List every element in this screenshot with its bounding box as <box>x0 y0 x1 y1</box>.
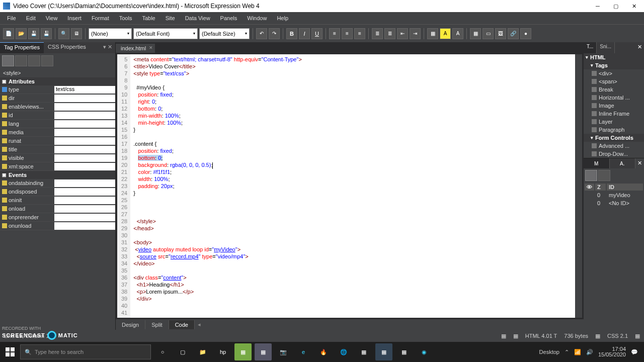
attr-row-dir[interactable]: dir <box>0 94 115 103</box>
attr-row-enableviews...[interactable]: enableviews... <box>0 103 115 111</box>
undo-button[interactable]: ↶ <box>256 28 267 39</box>
tables-button[interactable]: ▦ <box>470 28 481 39</box>
show-inline-button[interactable] <box>41 55 53 66</box>
menu-file[interactable]: File <box>2 14 21 23</box>
panel-close-button[interactable]: ✕ <box>635 42 644 53</box>
status-visual-aids-icon[interactable]: ▦ <box>501 333 506 339</box>
toolbox-form-header[interactable]: ▾Form Controls <box>584 134 644 142</box>
save-all-button[interactable]: 💾 <box>41 28 52 39</box>
layer-row[interactable]: 0<No ID> <box>585 200 643 207</box>
view-scroll-left[interactable]: ◂ <box>195 321 204 328</box>
menu-format[interactable]: Format <box>87 14 114 23</box>
indent-button[interactable]: ⇥ <box>410 28 421 39</box>
event-row-onunload[interactable]: onunload <box>0 222 115 230</box>
event-row-onload[interactable]: onload <box>0 205 115 213</box>
menu-edit[interactable]: Edit <box>21 14 41 23</box>
start-button[interactable] <box>3 345 17 359</box>
more-button[interactable]: ● <box>520 28 531 39</box>
menu-site[interactable]: Site <box>160 14 180 23</box>
chrome-icon[interactable]: 🌐 <box>335 343 352 360</box>
align-center-button[interactable]: ≡ <box>342 28 353 39</box>
status-schema-icon[interactable]: ▦ <box>595 333 600 339</box>
close-button[interactable]: ✕ <box>627 2 641 11</box>
toolbox-item[interactable]: Advanced ... <box>584 142 644 150</box>
italic-button[interactable]: I <box>299 28 310 39</box>
highlight-button[interactable]: A <box>440 28 451 39</box>
bold-button[interactable]: B <box>286 28 297 39</box>
layers-options-button[interactable] <box>598 170 610 181</box>
toolbox-item[interactable]: Paragraph <box>584 126 644 134</box>
tab-tag-properties[interactable]: Tag Properties <box>0 42 44 53</box>
maximize-button[interactable]: ▢ <box>609 2 623 11</box>
underline-button[interactable]: U <box>311 28 323 39</box>
menu-table[interactable]: Table <box>137 14 160 23</box>
tray-chevron-icon[interactable]: ⌃ <box>565 349 569 355</box>
hyperlink-button[interactable]: 🔗 <box>508 28 519 39</box>
numbering-button[interactable]: ≣ <box>384 28 395 39</box>
toolbox-item[interactable]: Horizontal ... <box>584 94 644 102</box>
tab-apply-styles[interactable]: A. <box>610 158 636 168</box>
toolbox-item[interactable]: Break <box>584 85 644 94</box>
status-errors-icon[interactable]: ▦ <box>635 333 640 339</box>
file-tab-index[interactable]: index.html✕ <box>116 44 155 53</box>
toolbox-item[interactable]: <span> <box>584 77 644 85</box>
minimize-button[interactable]: ─ <box>591 2 605 11</box>
size-select[interactable]: (Default Size)▾ <box>199 28 250 39</box>
notifications-icon[interactable]: 💬 <box>631 349 638 355</box>
redo-button[interactable]: ↷ <box>269 28 280 39</box>
style-select[interactable]: (None)▾ <box>89 28 132 39</box>
view-tab-split[interactable]: Split <box>145 320 169 329</box>
app-icon-3[interactable]: 🔥 <box>315 343 332 360</box>
picture-button[interactable]: 🖼 <box>495 28 506 39</box>
layers-view-button[interactable] <box>585 170 597 181</box>
task-view-button[interactable]: ▢ <box>174 343 191 360</box>
event-row-oninit[interactable]: oninit <box>0 196 115 205</box>
panel-close-button[interactable]: ▾ ✕ <box>100 42 115 53</box>
superpreview-button[interactable]: 🖥 <box>71 28 82 39</box>
toolbox-html-header[interactable]: ▾HTML <box>584 53 644 61</box>
toolbox-item[interactable]: Drop-Dow... <box>584 150 644 158</box>
tray-network-icon[interactable]: 📶 <box>574 349 581 355</box>
font-color-button[interactable]: A <box>452 28 463 39</box>
status-mode-icon[interactable]: ▦ <box>513 333 518 339</box>
app-icon-2[interactable]: ▦ <box>255 343 272 360</box>
menu-insert[interactable]: Insert <box>62 14 87 23</box>
tab-manage-styles[interactable]: M <box>584 158 610 168</box>
layers-button[interactable]: ▭ <box>482 28 494 39</box>
menu-help[interactable]: Help <box>272 14 293 23</box>
borders-button[interactable]: ▦ <box>427 28 438 39</box>
toolbox-item[interactable]: <div> <box>584 69 644 77</box>
event-row-ondatabinding[interactable]: ondatabinding <box>0 179 115 188</box>
font-select[interactable]: (Default Font)▾ <box>133 28 198 39</box>
menu-tools[interactable]: Tools <box>114 14 137 23</box>
attr-row-media[interactable]: media <box>0 128 115 137</box>
screencast-icon[interactable]: ◉ <box>416 343 433 360</box>
app-icon-1[interactable]: ▦ <box>234 343 252 360</box>
camera-icon[interactable]: 📷 <box>275 343 292 360</box>
toolbox-item[interactable]: Inline Frame <box>584 110 644 118</box>
view-tab-design[interactable]: Design <box>116 320 145 329</box>
outdent-button[interactable]: ⇤ <box>397 28 408 39</box>
event-row-onprerender[interactable]: onprerender <box>0 213 115 222</box>
menu-panels[interactable]: Panels <box>215 14 243 23</box>
attr-row-xml:space[interactable]: xml:space <box>0 162 115 171</box>
attr-row-visible[interactable]: visible <box>0 154 115 162</box>
tab-css-properties[interactable]: CSS Properties <box>44 42 90 53</box>
show-categorized-button[interactable] <box>2 55 14 66</box>
toolbox-item[interactable]: Layer <box>584 118 644 126</box>
open-button[interactable]: 📂 <box>16 28 27 39</box>
file-explorer-icon[interactable]: 📁 <box>194 343 211 360</box>
attr-row-runat[interactable]: runat <box>0 137 115 145</box>
align-right-button[interactable]: ≡ <box>354 28 365 39</box>
toolbox-item[interactable]: Image <box>584 102 644 110</box>
panel-close-button[interactable]: ✕ <box>635 158 644 168</box>
view-tab-code[interactable]: Code <box>169 320 195 329</box>
new-page-button[interactable]: 📄 <box>3 28 14 39</box>
close-icon[interactable]: ✕ <box>149 45 153 50</box>
tab-snippets[interactable]: Sni... <box>597 42 615 53</box>
save-button[interactable]: 💾 <box>28 28 39 39</box>
taskbar-search[interactable]: 🔍 Type here to search <box>20 344 151 359</box>
menu-data-view[interactable]: Data View <box>180 14 215 23</box>
hp-icon[interactable]: hp <box>214 343 231 360</box>
app-icon-5[interactable]: ▦ <box>395 343 413 360</box>
